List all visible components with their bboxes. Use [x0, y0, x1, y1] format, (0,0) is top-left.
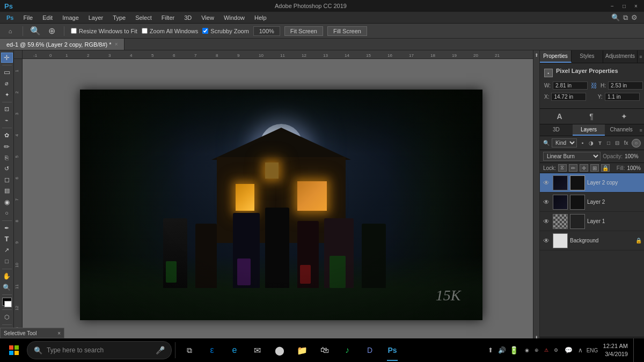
eraser-tool[interactable]: ◻ — [1, 175, 13, 185]
tray-icon-3[interactable]: ⚠ — [542, 346, 551, 354]
crop-tool[interactable]: ⊡ — [1, 105, 13, 115]
layer-item[interactable]: 👁 Layer 2 — [540, 193, 644, 212]
layers-panel-menu[interactable]: ≡ — [638, 124, 644, 136]
layer-item[interactable]: 👁 Background 🔒 — [540, 231, 644, 250]
scrubby-zoom-input[interactable] — [202, 28, 208, 34]
ie-button[interactable]: e — [224, 338, 245, 362]
zoom-in-icon[interactable]: ⊕ — [46, 25, 57, 37]
text-tool[interactable]: T — [1, 234, 13, 244]
fill-screen-button[interactable]: Fill Screen — [327, 26, 367, 36]
scrubby-zoom-checkbox[interactable]: Scrubby Zoom — [202, 28, 249, 34]
menu-help[interactable]: Help — [250, 13, 271, 22]
selective-panel-close[interactable]: × — [57, 330, 61, 336]
layer-filter-type[interactable]: T — [597, 139, 603, 147]
tray-icon-2[interactable]: ⊕ — [532, 346, 541, 354]
path-select-tool[interactable]: ↗ — [1, 245, 13, 255]
menu-filter[interactable]: Filter — [157, 13, 179, 22]
layer-filter-shape[interactable]: □ — [605, 139, 612, 147]
notification-icon[interactable]: 💬 — [564, 338, 574, 362]
tab-styles[interactable]: Styles — [572, 50, 603, 63]
tab-layers[interactable]: Layers — [573, 124, 605, 136]
panel-menu-icon[interactable]: ≡ — [638, 50, 644, 63]
menu-3d[interactable]: 3D — [180, 13, 196, 22]
photoshop-taskbar-button[interactable]: Ps — [382, 338, 403, 362]
layer-visibility-icon[interactable]: 👁 — [542, 179, 551, 187]
layer-filter-smart[interactable]: ⊟ — [614, 139, 620, 147]
pen-tool[interactable]: ✒ — [1, 223, 13, 233]
layer-visibility-icon[interactable]: 👁 — [542, 237, 551, 245]
width-input[interactable] — [553, 82, 588, 90]
mail-button[interactable]: ✉ — [246, 338, 268, 362]
menu-file[interactable]: File — [19, 13, 37, 22]
store-button[interactable]: 🛍 — [314, 338, 335, 362]
lock-transparent-button[interactable]: ⧖ — [558, 164, 567, 172]
layer-filter-effect[interactable]: fx — [623, 139, 629, 147]
document-canvas[interactable]: 15K — [80, 90, 482, 320]
height-input[interactable] — [608, 82, 643, 90]
show-desktop-button[interactable] — [633, 338, 638, 362]
start-button[interactable] — [2, 338, 26, 362]
zoom-value[interactable]: 100% — [253, 26, 280, 36]
layer-kind-select[interactable]: Kind — [552, 138, 577, 147]
menu-type[interactable]: Type — [108, 13, 130, 22]
clone-stamp-tool[interactable]: ⎘ — [1, 152, 13, 162]
network-icon[interactable]: ⬆ — [485, 338, 496, 362]
minimize-button[interactable]: − — [609, 2, 616, 10]
battery-icon[interactable]: 🔋 — [509, 338, 519, 362]
layer-filter-adj[interactable]: ◑ — [588, 139, 595, 147]
tray-icon-1[interactable]: ◉ — [523, 346, 531, 354]
document-tab[interactable]: ed-1 @ 59.6% (Layer 2 copy, RGB/8#) * × — [0, 39, 125, 50]
layer-filter-pixel[interactable]: ▪ — [579, 139, 586, 147]
menu-window[interactable]: Window — [219, 13, 249, 22]
system-clock[interactable]: 12:21 AM 3/4/2019 — [599, 342, 632, 359]
healing-brush-tool[interactable]: ✿ — [1, 130, 13, 141]
fit-screen-button[interactable]: Fit Screen — [284, 26, 323, 36]
task-view-button[interactable]: ⧉ — [179, 338, 200, 362]
nav-icon-1[interactable]: ⬆ — [535, 53, 539, 58]
quick-mask-tool[interactable]: ⬡ — [1, 312, 13, 322]
lock-position-button[interactable]: ✛ — [580, 164, 588, 172]
tab-channels[interactable]: Channels — [605, 124, 638, 136]
layer-visibility-icon[interactable]: 👁 — [542, 217, 551, 226]
menu-image[interactable]: Image — [58, 13, 83, 22]
tab-close-button[interactable]: × — [115, 41, 118, 47]
layer-item[interactable]: 👁 Layer 2 copy — [540, 173, 644, 193]
maximize-button[interactable]: □ — [620, 2, 628, 10]
link-icon[interactable]: ⛓ — [591, 82, 597, 90]
spotify-button[interactable]: ♪ — [336, 338, 358, 362]
menu-ps[interactable]: Ps — [2, 13, 18, 22]
menu-layer[interactable]: Layer — [84, 13, 108, 22]
zoom-all-input[interactable] — [142, 28, 148, 34]
hand-tool[interactable]: ✋ — [1, 271, 13, 281]
language-icon[interactable]: ENG — [587, 338, 598, 362]
tab-3d[interactable]: 3D — [540, 124, 573, 136]
tray-icon-4[interactable]: ⚙ — [552, 346, 560, 354]
menu-select[interactable]: Select — [131, 13, 156, 22]
close-button[interactable]: × — [632, 2, 640, 10]
discord-button[interactable]: D — [359, 338, 380, 362]
search-mic-icon[interactable]: 🎤 — [156, 346, 165, 354]
y-input[interactable] — [605, 93, 640, 101]
zoom-all-checkbox[interactable]: Zoom All Windows — [142, 28, 198, 34]
zoom-home-icon[interactable]: ⌂ — [4, 25, 16, 37]
resize-windows-checkbox[interactable]: Resize Windows to Fit — [71, 28, 137, 34]
shape-tool[interactable]: □ — [1, 256, 13, 267]
layer-visibility-icon[interactable]: 👁 — [542, 198, 551, 206]
layer-item[interactable]: 👁 Layer 1 — [540, 212, 644, 231]
tab-properties[interactable]: Properties — [540, 50, 572, 63]
blend-mode-select[interactable]: Linear Burn — [543, 152, 601, 161]
menu-edit[interactable]: Edit — [38, 13, 57, 22]
history-brush-tool[interactable]: ↺ — [1, 164, 13, 174]
explorer-button[interactable]: 📁 — [291, 338, 313, 362]
lock-all-button[interactable]: 🔒 — [601, 164, 610, 172]
quick-select-tool[interactable]: ✦ — [1, 90, 13, 100]
type-icon[interactable]: A — [557, 112, 562, 121]
lock-pixels-button[interactable]: ✏ — [569, 164, 577, 172]
edge-button[interactable]: ε — [201, 338, 223, 362]
gradient-tool[interactable]: ▤ — [1, 186, 13, 196]
search-input[interactable]: Type here to search — [47, 346, 151, 354]
tab-adjustments[interactable]: Adjustments — [603, 50, 638, 63]
volume-icon[interactable]: 🔊 — [497, 338, 508, 362]
resize-windows-input[interactable] — [71, 28, 77, 34]
move-tool[interactable]: ✛ — [1, 53, 13, 63]
